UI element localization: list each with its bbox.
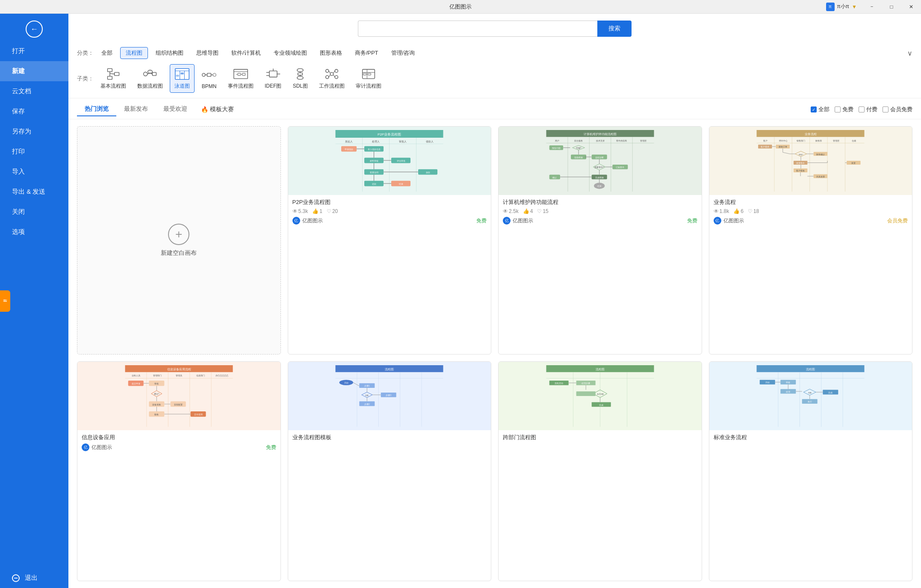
template-card-business[interactable]: 业务流程 客户 呼叫中心 销售部门 财务部 管理层 仓储 (709, 126, 913, 355)
svg-text:提交申请: 提交申请 (131, 382, 140, 385)
subcat-workflow[interactable]: 工作流程图 (315, 65, 349, 92)
template-card-partial-3[interactable]: 流程图 开始 审核 处理 (709, 361, 913, 581)
card-footer-p2p: 亿 亿图图示 免费 (292, 217, 487, 225)
svg-text:技术支持: 技术支持 (595, 139, 604, 142)
filter-all-label: 全部 (818, 106, 829, 113)
category-all[interactable]: 全部 (96, 47, 118, 59)
subcat-event-label: 事件流程图 (228, 83, 254, 90)
back-button[interactable]: ← (26, 21, 43, 38)
subcat-bpmn[interactable]: BPMN (197, 65, 221, 92)
category-software[interactable]: 软件/计算机 (226, 47, 266, 59)
svg-text:用户: 用户 (555, 139, 559, 142)
search-input[interactable] (358, 21, 597, 37)
sidebar-item-saveas[interactable]: 另存为 (0, 121, 68, 142)
filter-vip[interactable]: 会员免费 (883, 106, 912, 113)
eye-icon: 👁 (503, 208, 508, 214)
window-controls: － □ ✕ (862, 0, 921, 13)
filter-area: ✓ 全部 免费 付费 会员免费 (811, 106, 912, 113)
plus-icon: + (168, 224, 189, 245)
price-tag-p2p: 免费 (476, 217, 487, 225)
tab-new[interactable]: 最新发布 (116, 103, 156, 116)
svg-text:零件供应商: 零件供应商 (616, 139, 627, 142)
sidebar-item-print[interactable]: 打印 (0, 142, 68, 162)
author-logo-business: 亿 (714, 217, 721, 225)
title-bar: 亿图图示 π π小π ▼ － □ ✕ (0, 0, 921, 14)
svg-text:完成维修: 完成维修 (595, 176, 603, 179)
template-card-computer[interactable]: 计算机维护跨功能流程图 用户 前台服务 技术支持 零件供应商 管理层 (498, 126, 702, 355)
svg-text:还款: 还款 (372, 183, 376, 185)
subcat-data-icon (142, 67, 158, 81)
category-label: 分类： (77, 49, 94, 57)
sidebar-item-close[interactable]: 关闭 (0, 202, 68, 222)
filter-free[interactable]: 免费 (835, 106, 853, 113)
tab-hot[interactable]: 热门浏览 (77, 103, 116, 116)
sidebar-item-save[interactable]: 保存 (0, 101, 68, 121)
subcat-basic[interactable]: 基本流程图 (96, 65, 130, 92)
subcat-swim[interactable]: 泳道图 (170, 64, 195, 93)
subcat-event[interactable]: 事件流程图 (224, 65, 258, 92)
filter-all[interactable]: ✓ 全部 (811, 106, 829, 113)
category-org[interactable]: 组织结构图 (151, 47, 189, 59)
close-button[interactable]: ✕ (901, 0, 921, 14)
category-special[interactable]: 专业领域绘图 (269, 47, 312, 59)
sidebar-item-logout[interactable]: − 退出 (0, 568, 68, 588)
subcat-audit[interactable]: 审计流程图 (351, 65, 386, 92)
card-author-p2p: 亿 亿图图示 (292, 217, 323, 225)
tab-popular[interactable]: 最受欢迎 (156, 103, 195, 116)
subcategory-row: 子类： 基本流程图 (77, 62, 912, 95)
category-flowchart[interactable]: 流程图 (120, 47, 148, 59)
vip-dropdown[interactable]: ▼ (852, 4, 857, 10)
subcat-sdl[interactable]: SDL图 (288, 65, 312, 92)
like-icon: 👍 (733, 208, 740, 214)
svg-text:开具发票: 开具发票 (816, 176, 825, 178)
sidebar-item-open[interactable]: 打开 (0, 41, 68, 61)
sidebar-item-options[interactable]: 选项 (0, 222, 68, 242)
svg-line-9 (148, 73, 150, 74)
svg-point-6 (144, 72, 148, 76)
card-info-partial-2: 跨部门流程图 (499, 430, 702, 447)
sidebar-item-export[interactable]: 导出 & 发送 (0, 182, 68, 202)
template-card-p2p[interactable]: P2P业务流程图 发起人 处理人 审批人 借款人 申请借款 (288, 126, 492, 355)
filter-all-checkbox[interactable]: ✓ (811, 106, 817, 112)
svg-text:评估审批: 评估审批 (397, 160, 405, 162)
svg-text:接收订单: 接收订单 (779, 145, 787, 148)
svg-point-7 (148, 70, 153, 73)
sidebar-item-cloud[interactable]: 云文档 (0, 81, 68, 101)
card-stats-p2p: 👁 5.3k 👍 1 ♡ 20 (292, 208, 487, 214)
subcat-sdl-label: SDL图 (293, 83, 308, 90)
new-blank-card[interactable]: + 新建空白画布 (77, 126, 281, 355)
search-button[interactable]: 搜索 (597, 21, 632, 37)
category-mindmap[interactable]: 思维导图 (191, 47, 224, 59)
svg-text:客户: 客户 (763, 139, 768, 142)
filter-paid-checkbox[interactable] (859, 106, 865, 112)
category-manage[interactable]: 管理/咨询 (386, 47, 420, 59)
template-card-partial-2[interactable]: 流程图 流程启动 处理步骤 条件判断 (498, 361, 702, 581)
filter-free-checkbox[interactable] (835, 106, 841, 112)
sidebar-item-import[interactable]: 导入 (0, 162, 68, 182)
sidebar: ← 打开 新建 云文档 保存 另存为 打印 导入 导出 & 发送 关闭 (0, 14, 68, 588)
svg-line-44 (329, 75, 331, 77)
filter-vip-checkbox[interactable] (883, 106, 889, 112)
author-logo-computer: 亿 (503, 217, 511, 225)
sidebar-label-saveas: 另存为 (12, 127, 31, 136)
subcat-idef[interactable]: IDEF图 (260, 65, 286, 92)
subcat-data[interactable]: 数据流程图 (133, 65, 167, 92)
template-card-info[interactable]: 信息设备应用流程 业务人员 管理部门 管理员 信息部门 亦己已已已已 (77, 361, 281, 581)
tab-contest[interactable]: 🔥 模板大赛 (195, 104, 240, 115)
svg-text:交付使用: 交付使用 (194, 413, 202, 416)
price-tag-computer: 免费 (687, 217, 697, 225)
filter-paid[interactable]: 付费 (859, 106, 877, 113)
sidebar-item-new[interactable]: 新建 (0, 61, 68, 81)
category-expand-icon[interactable]: ∨ (907, 49, 912, 57)
float-side-button[interactable]: iI (0, 290, 10, 312)
svg-text:呼叫中心: 呼叫中心 (779, 139, 788, 142)
author-logo-info: 亿 (82, 443, 89, 451)
minimize-button[interactable]: － (862, 0, 882, 14)
category-chart[interactable]: 图形表格 (315, 47, 347, 59)
maximize-button[interactable]: □ (882, 0, 901, 14)
category-bizppt[interactable]: 商务/PPT (350, 47, 384, 59)
svg-rect-1 (108, 76, 112, 79)
template-card-partial-1[interactable]: 流程图 开始 步骤1 判断 (288, 361, 492, 581)
svg-point-35 (297, 76, 303, 79)
svg-line-46 (334, 75, 335, 77)
